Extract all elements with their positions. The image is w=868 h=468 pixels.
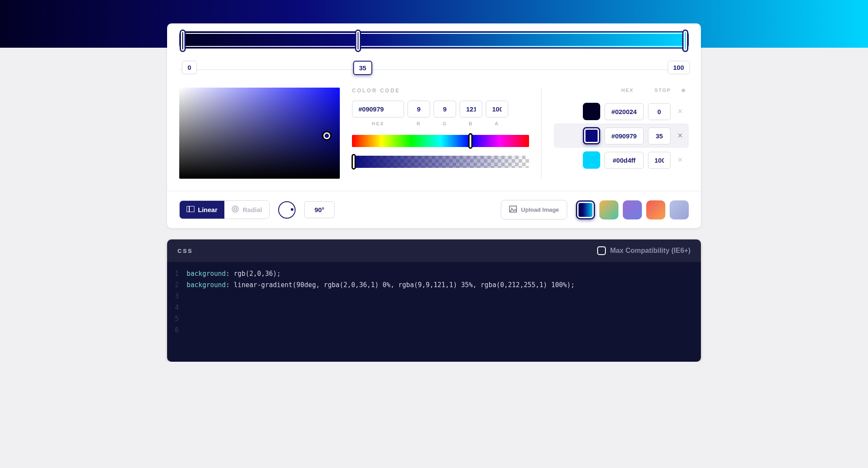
upload-image-button[interactable]: Upload Image	[501, 200, 567, 219]
stop-hex-input[interactable]	[605, 152, 644, 169]
preset-swatch[interactable]	[576, 200, 595, 219]
stops-list: HEX STOP ⊕ × × ×	[541, 88, 689, 179]
color-code-label: COLOR CODE	[352, 88, 529, 94]
stop-position-input[interactable]: 0	[182, 61, 197, 74]
angle-input[interactable]	[304, 201, 335, 218]
stop-swatch[interactable]	[583, 103, 600, 120]
a-input[interactable]	[486, 101, 508, 118]
image-icon	[509, 206, 517, 214]
saturation-value-picker[interactable]	[179, 88, 340, 179]
preset-swatch[interactable]	[599, 200, 618, 219]
r-input[interactable]	[408, 101, 430, 118]
b-input[interactable]	[460, 101, 482, 118]
angle-dial[interactable]	[278, 201, 296, 219]
line-numbers: 123456	[167, 268, 187, 336]
hue-slider[interactable]	[352, 135, 529, 147]
gradient-bar[interactable]	[179, 31, 689, 49]
stop-row[interactable]: ×	[554, 99, 689, 124]
linear-icon	[187, 206, 194, 213]
css-output-panel: CSS Max Compatibility (IE6+) 123456 back…	[167, 239, 701, 362]
stop-pos-input[interactable]	[648, 128, 671, 144]
stop-swatch[interactable]	[583, 151, 600, 169]
stop-pos-input[interactable]	[648, 103, 671, 120]
hex-input[interactable]	[352, 101, 404, 118]
radial-button[interactable]: Radial	[224, 201, 269, 219]
hue-thumb[interactable]	[468, 133, 473, 149]
stop-position-input[interactable]: 100	[667, 61, 690, 74]
alpha-thumb[interactable]	[352, 154, 356, 170]
stop-hex-input[interactable]	[605, 128, 644, 144]
svg-point-3	[234, 208, 237, 210]
col-hex-label: HEX	[608, 88, 647, 93]
svg-point-2	[232, 206, 238, 212]
stop-position-input[interactable]: 35	[353, 61, 372, 75]
gradient-type-toggle: Linear Radial	[179, 200, 270, 219]
radial-icon	[231, 205, 239, 214]
col-stop-label: STOP	[651, 88, 674, 93]
preset-swatch[interactable]	[646, 200, 665, 219]
gradient-stop-thumb[interactable]	[355, 29, 361, 52]
code-content[interactable]: background: rgb(2,0,36); background: lin…	[187, 268, 575, 336]
g-input[interactable]	[434, 101, 456, 118]
stop-row[interactable]: ×	[554, 148, 689, 172]
checkbox-icon[interactable]	[597, 246, 606, 255]
stop-row[interactable]: ×	[554, 124, 689, 148]
gradient-bar-container	[167, 23, 701, 49]
css-tab[interactable]: CSS	[178, 248, 193, 254]
gradient-editor-card: 0 35 100 COLOR CODE HEX R G B A	[167, 23, 701, 228]
preset-swatch[interactable]	[623, 200, 642, 219]
add-stop-icon[interactable]: ⊕	[678, 88, 689, 93]
channel-labels: HEX R G B A	[352, 121, 529, 126]
preset-swatch[interactable]	[670, 200, 689, 219]
max-compat-toggle[interactable]: Max Compatibility (IE6+)	[597, 246, 690, 255]
gradient-stop-thumb[interactable]	[180, 29, 186, 52]
stop-hex-input[interactable]	[605, 103, 644, 120]
gradient-stop-thumb[interactable]	[682, 29, 688, 52]
svg-rect-0	[187, 206, 194, 212]
linear-button[interactable]: Linear	[180, 201, 224, 219]
stop-pos-input[interactable]	[648, 152, 671, 169]
alpha-slider[interactable]	[352, 156, 529, 168]
close-icon[interactable]: ×	[675, 155, 685, 165]
stop-position-row: 0 35 100	[179, 56, 689, 82]
preset-list	[576, 200, 689, 219]
stop-swatch[interactable]	[583, 127, 600, 144]
close-icon[interactable]: ×	[675, 131, 685, 141]
sv-cursor[interactable]	[323, 132, 330, 139]
close-icon[interactable]: ×	[675, 106, 685, 117]
